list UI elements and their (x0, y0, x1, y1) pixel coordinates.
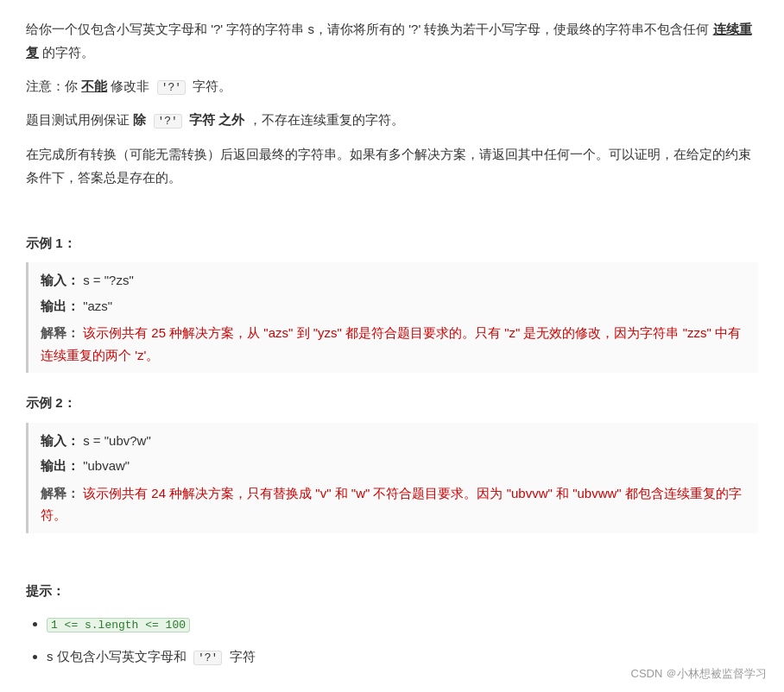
except-bold-2: 字符 之外 (189, 112, 244, 127)
main-content: 给你一个仅包含小写英文字母和 '?' 字符的字符串 s，请你将所有的 '?' 转… (26, 17, 758, 668)
example2-title: 示例 2： (26, 392, 758, 414)
input-value-1: s = "?zs" (83, 273, 134, 287)
output-value-1: "azs" (83, 299, 112, 313)
example1-explain: 解释： 该示例共有 25 种解决方案，从 "azs" 到 "yzs" 都是符合题… (41, 322, 746, 366)
except-bold: 除 (133, 112, 146, 127)
paragraph-3: 题目测试用例保证 除 '?' 字符 之外 ，不存在连续重复的字符。 (26, 108, 758, 131)
example2-explain: 解释： 该示例共有 24 种解决方案，只有替换成 "v" 和 "w" 不符合题目… (41, 482, 746, 526)
hints-section: 提示： 1 <= s.length <= 100 s 仅包含小写英文字母和 '?… (26, 580, 758, 668)
explain-label-1: 解释： (41, 325, 79, 340)
footer: CSDN ＠小林想被监督学习 (631, 664, 767, 683)
example1-block: 输入： s = "?zs" 输出： "azs" 解释： 该示例共有 25 种解决… (26, 262, 758, 373)
input-label-1: 输入： (41, 273, 79, 287)
hint1-code: 1 <= s.length <= 100 (47, 618, 190, 632)
input-label-2: 输入： (41, 433, 79, 448)
paragraph-4: 在完成所有转换（可能无需转换）后返回最终的字符串。如果有多个解决方案，请返回其中… (26, 142, 758, 189)
hints-list: 1 <= s.length <= 100 s 仅包含小写英文字母和 '?' 字符 (26, 612, 758, 668)
cannot-bold: 不能 (81, 79, 107, 93)
example2-output: 输出： "ubvaw" (41, 455, 746, 477)
example1-title: 示例 1： (26, 232, 758, 255)
question-mark-code-1: '?' (157, 80, 186, 95)
hint2-code: '?' (193, 651, 222, 665)
hint-item-1: 1 <= s.length <= 100 (47, 612, 758, 635)
output-label-1: 输出： (41, 299, 79, 313)
example1-input: 输入： s = "?zs" (41, 269, 746, 292)
output-value-2: "ubvaw" (83, 458, 130, 473)
explain-text-2: 该示例共有 24 种解决方案，只有替换成 "v" 和 "w" 不符合题目要求。因… (41, 486, 742, 523)
input-value-2: s = "ubv?w" (83, 433, 151, 448)
example2-block: 输入： s = "ubv?w" 输出： "ubvaw" 解释： 该示例共有 24… (26, 423, 758, 533)
output-label-2: 输出： (41, 458, 79, 473)
example1-output: 输出： "azs" (41, 295, 746, 318)
explain-text-1: 该示例共有 25 种解决方案，从 "azs" 到 "yzs" 都是符合题目要求的… (41, 325, 741, 362)
question-mark-code-2: '?' (154, 114, 182, 129)
paragraph-2: 注意：你 不能 修改非 '?' 字符。 (26, 74, 758, 98)
explain-label-2: 解释： (41, 486, 79, 500)
paragraph-1: 给你一个仅包含小写英文字母和 '?' 字符的字符串 s，请你将所有的 '?' 转… (26, 17, 758, 64)
hints-title: 提示： (26, 580, 758, 602)
example2-input: 输入： s = "ubv?w" (41, 430, 746, 452)
